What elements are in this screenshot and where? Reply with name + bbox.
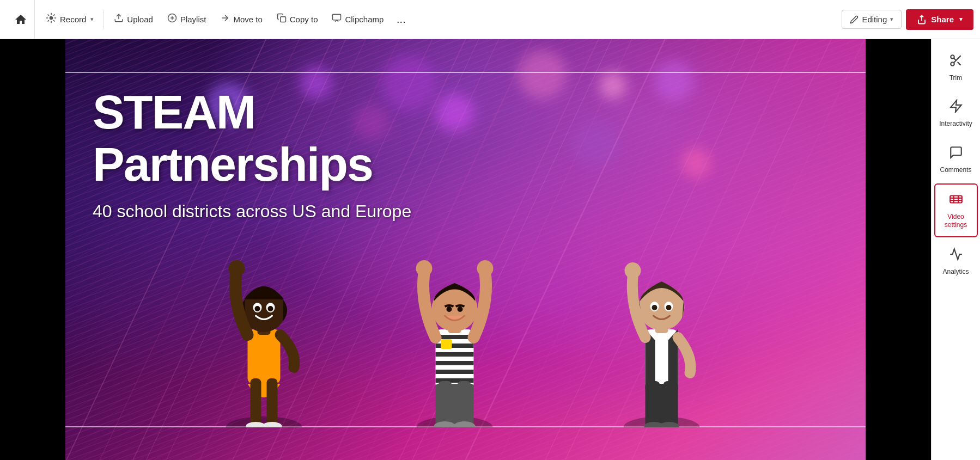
svg-rect-75	[664, 381, 675, 427]
svg-point-79	[951, 62, 954, 66]
clipchamp-button[interactable]: Clipchamp	[325, 9, 390, 30]
svg-point-38	[268, 306, 273, 311]
svg-point-69	[652, 305, 658, 310]
svg-rect-48	[436, 352, 474, 357]
share-chevron: ▾	[959, 16, 963, 23]
comments-icon	[949, 145, 963, 163]
svg-rect-60	[439, 381, 452, 427]
black-panel-right	[866, 39, 931, 460]
upload-button[interactable]: Upload	[107, 9, 160, 30]
toolbar-actions: Record ▾ Upload Playlist	[35, 8, 842, 30]
comments-label: Comments	[940, 166, 971, 174]
analytics-button[interactable]: Analytics	[934, 240, 978, 283]
svg-rect-41	[267, 378, 278, 427]
black-panel-left	[0, 39, 65, 460]
video-content: STEAM Partnerships 40 school districts a…	[0, 39, 931, 460]
share-icon	[917, 15, 927, 24]
svg-rect-5	[281, 17, 286, 22]
svg-rect-83	[950, 196, 962, 203]
border-line-top	[65, 72, 866, 73]
svg-line-81	[957, 62, 960, 65]
record-chevron: ▾	[90, 16, 94, 23]
editing-label: Editing	[862, 15, 887, 24]
svg-rect-50	[436, 370, 474, 374]
svg-point-55	[447, 306, 452, 312]
toolbar-right: Editing ▾ Share ▾	[842, 9, 973, 30]
pencil-icon	[850, 15, 859, 24]
svg-rect-40	[251, 378, 261, 427]
editing-chevron: ▾	[890, 16, 893, 23]
svg-point-36	[255, 306, 260, 311]
clipchamp-label: Clipchamp	[345, 15, 384, 24]
copy-to-icon	[277, 13, 287, 26]
interactivity-label: Interactivity	[939, 120, 972, 127]
svg-point-71	[666, 305, 672, 310]
record-label: Record	[60, 15, 86, 24]
clipchamp-icon	[332, 13, 342, 26]
upload-label: Upload	[127, 15, 153, 24]
move-to-label: Move to	[233, 15, 262, 24]
svg-rect-49	[436, 361, 474, 365]
interactivity-icon	[949, 99, 963, 116]
share-button[interactable]: Share ▾	[906, 9, 973, 30]
svg-point-57	[416, 260, 433, 277]
video-area[interactable]: STEAM Partnerships 40 school districts a…	[0, 39, 931, 460]
record-button[interactable]: Record ▾	[39, 8, 100, 30]
kid-1	[226, 260, 302, 427]
playlist-label: Playlist	[180, 15, 206, 24]
toolbar: Record ▾ Upload Playlist	[0, 0, 980, 39]
video-settings-label: Video settings	[938, 213, 975, 229]
trim-button[interactable]: Trim	[934, 46, 978, 89]
trim-icon	[949, 53, 963, 71]
share-label: Share	[931, 15, 954, 24]
svg-point-39	[229, 260, 245, 277]
analytics-icon	[949, 247, 963, 265]
editing-button[interactable]: Editing ▾	[842, 10, 902, 29]
comments-button[interactable]: Comments	[934, 138, 978, 181]
kid-3	[624, 262, 700, 427]
copy-to-label: Copy to	[290, 15, 318, 24]
svg-line-82	[953, 58, 955, 60]
move-to-button[interactable]: Move to	[214, 9, 269, 30]
svg-point-56	[458, 306, 463, 312]
home-icon	[14, 13, 27, 26]
kids-figures	[65, 220, 866, 427]
trim-label: Trim	[949, 74, 963, 82]
svg-rect-61	[458, 381, 471, 427]
analytics-label: Analytics	[942, 268, 969, 275]
svg-rect-74	[648, 381, 660, 427]
video-settings-button[interactable]: Video settings	[934, 183, 978, 237]
home-button[interactable]	[7, 0, 35, 39]
right-sidebar: Trim Interactivity Comments	[931, 39, 980, 460]
svg-point-78	[951, 55, 954, 59]
svg-point-72	[625, 262, 641, 279]
more-button[interactable]: ...	[391, 10, 411, 29]
video-description: 40 school districts across US and Europe	[93, 201, 411, 222]
interactivity-button[interactable]: Interactivity	[934, 91, 978, 135]
video-settings-icon	[949, 192, 963, 210]
svg-rect-52	[441, 339, 452, 349]
copy-to-button[interactable]: Copy to	[270, 9, 325, 30]
svg-point-58	[477, 260, 494, 277]
more-icon: ...	[397, 13, 406, 26]
main-content: STEAM Partnerships 40 school districts a…	[0, 39, 980, 460]
playlist-icon	[167, 13, 177, 26]
video-subtitle: Partnerships	[93, 140, 411, 188]
svg-point-0	[50, 17, 53, 20]
kid-2	[416, 260, 494, 427]
video-text-overlay: STEAM Partnerships 40 school districts a…	[93, 88, 411, 222]
svg-rect-6	[333, 14, 341, 20]
move-to-icon	[220, 13, 230, 26]
divider-1	[104, 10, 104, 29]
video-title: STEAM	[93, 88, 411, 136]
playlist-button[interactable]: Playlist	[161, 9, 213, 30]
upload-icon	[114, 13, 124, 26]
record-icon	[46, 13, 57, 26]
